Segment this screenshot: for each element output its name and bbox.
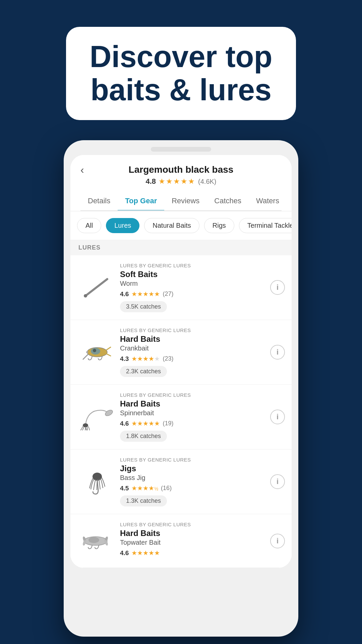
app-header: ‹ Largemouth black bass 4.8 ★★★★★ (4.6K)… xyxy=(70,155,292,211)
lure-rating-row: 4.6 ★★★★★ (19) xyxy=(120,420,264,427)
svg-line-0 xyxy=(85,279,107,296)
lure-subcategory: Topwater Bait xyxy=(120,539,264,546)
lure-rating-row: 4.3 ★★★★★ (23) xyxy=(120,355,264,363)
lure-category: LURES BY GENERIC LURES xyxy=(120,263,264,268)
lure-list: LURES BY GENERIC LURES Soft Baits Worm 4… xyxy=(70,255,292,568)
hero-title-text: Discover top baits & lures xyxy=(89,40,272,107)
lure-category: LURES BY GENERIC LURES xyxy=(120,457,264,463)
filter-rigs[interactable]: Rigs xyxy=(204,218,234,233)
lure-name: Hard Baits xyxy=(120,399,264,409)
info-button[interactable]: i xyxy=(270,280,285,295)
lure-info-worm: LURES BY GENERIC LURES Soft Baits Worm 4… xyxy=(120,263,264,312)
overall-rating: 4.8 xyxy=(145,177,156,186)
lure-subcategory: Crankbait xyxy=(120,344,264,352)
svg-point-7 xyxy=(83,423,88,427)
lure-info-crankbait: LURES BY GENERIC LURES Hard Baits Crankb… xyxy=(120,327,264,377)
tab-details[interactable]: Details xyxy=(80,192,118,211)
lure-stars: ★★★★★ xyxy=(131,355,160,363)
lure-image-crankbait xyxy=(77,337,114,367)
lure-info-jig: LURES BY GENERIC LURES Jigs Bass Jig 4.5… xyxy=(120,457,264,506)
lure-image-spinnerbait xyxy=(77,402,114,432)
info-button[interactable]: i xyxy=(270,474,285,489)
phone-screen: ‹ Largemouth black bass 4.8 ★★★★★ (4.6K)… xyxy=(70,155,292,568)
info-button[interactable]: i xyxy=(270,345,285,360)
section-header-lures: LURES xyxy=(70,240,292,255)
back-button[interactable]: ‹ xyxy=(80,164,84,176)
lure-name: Hard Baits xyxy=(120,334,264,344)
hero-title-card: Discover top baits & lures xyxy=(66,27,296,120)
lure-subcategory: Worm xyxy=(120,280,264,287)
svg-point-4 xyxy=(93,349,96,352)
catches-badge: 3.5K catches xyxy=(120,301,167,312)
lure-stars: ★★★★½ xyxy=(131,484,158,492)
filter-all[interactable]: All xyxy=(77,218,101,233)
catches-badge: 2.3K catches xyxy=(120,366,167,377)
lure-rating-row: 4.6 ★★★★★ xyxy=(120,549,264,557)
lure-name: Soft Baits xyxy=(120,270,264,279)
lure-stars: ★★★★★ xyxy=(131,420,160,427)
tab-reviews[interactable]: Reviews xyxy=(164,192,207,211)
nav-tabs: Details Top Gear Reviews Catches Waters xyxy=(80,192,282,211)
fish-name: Largemouth black bass xyxy=(129,164,234,175)
tab-waters[interactable]: Waters xyxy=(249,192,282,211)
lure-subcategory: Bass Jig xyxy=(120,474,264,482)
lure-name: Jigs xyxy=(120,464,264,473)
lure-item: LURES BY GENERIC LURES Hard Baits Topwat… xyxy=(70,514,292,568)
lure-category: LURES BY GENERIC LURES xyxy=(120,522,264,527)
lure-rating: 4.5 xyxy=(120,485,129,492)
lure-category: LURES BY GENERIC LURES xyxy=(120,392,264,398)
lure-image-jig xyxy=(77,467,114,497)
svg-point-1 xyxy=(84,294,87,298)
lure-name: Hard Baits xyxy=(120,529,264,538)
lure-category: LURES BY GENERIC LURES xyxy=(120,327,264,333)
filter-natural-baits[interactable]: Natural Baits xyxy=(144,218,199,233)
lure-rating: 4.6 xyxy=(120,549,129,557)
lure-review-count: (19) xyxy=(163,420,173,427)
lure-review-count: (23) xyxy=(163,355,173,362)
lure-item: LURES BY GENERIC LURES Hard Baits Spinne… xyxy=(70,385,292,449)
lure-stars: ★★★★★ xyxy=(131,549,160,557)
lure-item: LURES BY GENERIC LURES Hard Baits Crankb… xyxy=(70,320,292,385)
lure-rating: 4.6 xyxy=(120,290,129,298)
svg-point-10 xyxy=(88,537,99,543)
lure-review-count: (27) xyxy=(163,290,173,298)
lure-review-count: (16) xyxy=(161,485,172,492)
overall-rating-count: (4.6K) xyxy=(198,178,216,185)
lure-item: LURES BY GENERIC LURES Soft Baits Worm 4… xyxy=(70,255,292,320)
lure-image-topwater xyxy=(77,526,114,556)
filter-lures[interactable]: Lures xyxy=(106,218,139,233)
lure-rating-row: 4.6 ★★★★★ (27) xyxy=(120,290,264,298)
lure-item: LURES BY GENERIC LURES Jigs Bass Jig 4.5… xyxy=(70,449,292,514)
phone-frame: ‹ Largemouth black bass 4.8 ★★★★★ (4.6K)… xyxy=(64,140,298,637)
filter-row: All Lures Natural Baits Rigs Terminal Ta… xyxy=(70,211,292,240)
info-button[interactable]: i xyxy=(270,534,285,548)
tab-catches[interactable]: Catches xyxy=(207,192,249,211)
catches-badge: 1.3K catches xyxy=(120,495,167,506)
lure-rating-row: 4.5 ★★★★½ (16) xyxy=(120,484,264,492)
lure-image-worm xyxy=(77,272,114,303)
info-button[interactable]: i xyxy=(270,410,285,424)
lure-rating: 4.6 xyxy=(120,420,129,427)
rating-row: 4.8 ★★★★★ (4.6K) xyxy=(80,177,282,186)
svg-point-6 xyxy=(104,409,114,417)
overall-stars: ★★★★★ xyxy=(159,177,195,186)
svg-point-5 xyxy=(86,351,88,353)
catches-badge: 1.8K catches xyxy=(120,431,167,442)
tab-top-gear[interactable]: Top Gear xyxy=(118,192,164,211)
lure-stars: ★★★★★ xyxy=(131,290,160,298)
filter-terminal-tackle[interactable]: Terminal Tackle xyxy=(239,218,292,233)
lure-rating: 4.3 xyxy=(120,355,129,363)
lure-info-spinnerbait: LURES BY GENERIC LURES Hard Baits Spinne… xyxy=(120,392,264,442)
lure-info-topwater: LURES BY GENERIC LURES Hard Baits Topwat… xyxy=(120,522,264,560)
phone-notch xyxy=(151,147,211,152)
lure-subcategory: Spinnerbait xyxy=(120,409,264,417)
